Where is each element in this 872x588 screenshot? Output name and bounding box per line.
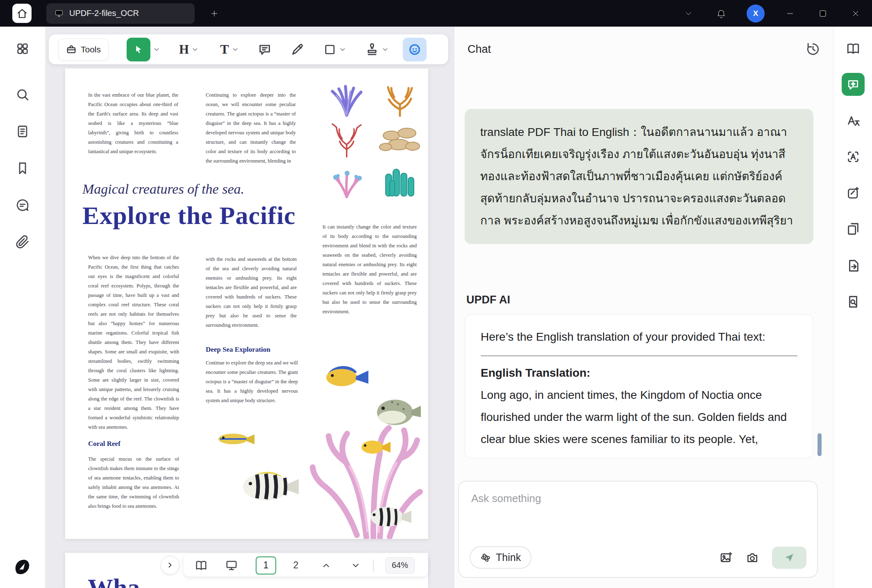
ai-response-divider [481, 355, 797, 356]
think-icon [480, 552, 491, 563]
ai-sender-name: UPDF AI [466, 294, 510, 306]
tools-button[interactable]: Tools [58, 38, 109, 61]
maximize-button[interactable] [815, 6, 830, 21]
coral-image-tan-plates [376, 122, 424, 158]
sidebar-item-translate[interactable] [842, 110, 865, 133]
ai-intro-text: Here’s the English translation of your p… [481, 326, 797, 348]
document-tab[interactable]: UPDF-2-files_OCR [46, 3, 195, 24]
sidebar-item-bookmarks[interactable] [14, 159, 32, 177]
sidebar-item-search-document[interactable] [842, 290, 865, 313]
yellow-tang [361, 441, 391, 454]
screenshot-camera-icon[interactable] [746, 551, 759, 564]
ai-section-heading: English Translation: [481, 362, 797, 384]
right-sidebar [833, 27, 872, 588]
tools-label: Tools [81, 45, 101, 54]
chevron-down-icon [684, 9, 693, 18]
pdf-statusbar: 1 2 64% [184, 554, 428, 577]
close-button[interactable] [848, 6, 863, 21]
sidebar-item-reader[interactable] [842, 37, 865, 60]
coral-image-red-branch [322, 122, 371, 158]
paperclip-icon [16, 235, 30, 249]
select-tool-button[interactable] [127, 38, 150, 61]
zoom-level-control[interactable]: 64% [385, 557, 415, 574]
sidebar-item-organize-pages[interactable] [842, 217, 865, 240]
form-fill-icon [846, 186, 860, 200]
sidebar-item-attachments[interactable] [14, 233, 32, 251]
sidebar-item-comments[interactable] [14, 196, 32, 214]
shape-tool-button[interactable] [323, 43, 336, 56]
tab-title: UPDF-2-files_OCR [69, 9, 139, 18]
page-intro-column-1: In the vast embrace of our blue planet, … [88, 90, 178, 156]
pdf-page-1: In the vast embrace of our blue planet, … [65, 68, 428, 539]
send-icon [784, 552, 795, 563]
titlebar: UPDF-2-files_OCR X [0, 0, 872, 27]
shape-tool-dropdown[interactable] [339, 46, 346, 53]
add-text-tool[interactable]: T [220, 42, 229, 57]
coral-reef-body: The special mucus on the surface of clow… [88, 455, 179, 511]
ai-chat-panel: Chat translate PDF Thai to English：ในอดี… [454, 27, 833, 588]
stamp-tool-button[interactable] [365, 43, 379, 57]
bell-icon [716, 8, 727, 19]
coral-image-pink-blue [322, 163, 371, 199]
sidebar-item-ocr-text-recognition[interactable] [842, 145, 865, 168]
chat-input-container: Think [458, 481, 818, 578]
page-layout-button[interactable] [195, 559, 207, 572]
toolbox-icon [66, 44, 77, 55]
notifications-button[interactable] [714, 6, 729, 21]
tabs-dropdown-button[interactable] [681, 6, 696, 21]
ocr-scan-icon [846, 150, 860, 164]
sidebar-item-apps[interactable] [14, 40, 32, 58]
pen-markup-tool-button[interactable] [291, 43, 304, 57]
add-image-icon[interactable] [720, 551, 733, 564]
chat-history-button[interactable] [805, 41, 821, 57]
chat-header: Chat [468, 41, 821, 57]
current-page-indicator[interactable]: 1 [256, 556, 276, 574]
pdf-toolbar: Tools H T [49, 34, 448, 64]
ai-assistant-button[interactable] [403, 38, 427, 61]
page-title: Explore the Pacific [82, 201, 296, 230]
sidebar-item-search[interactable] [14, 86, 32, 104]
comment-tool-button[interactable] [258, 43, 272, 57]
edit-text-dropdown[interactable] [191, 46, 199, 53]
sidebar-item-ai-assistant[interactable] [842, 73, 865, 96]
user-message-bubble: translate PDF Thai to English：ในอดีตกาลน… [465, 109, 813, 244]
stamp-tool-dropdown[interactable] [382, 46, 389, 53]
edit-text-tool[interactable]: H [179, 42, 189, 57]
updf-logo[interactable] [13, 558, 32, 577]
add-text-dropdown[interactable] [232, 46, 239, 53]
new-tab-button[interactable] [207, 6, 222, 21]
updf-ai-icon [408, 43, 422, 57]
next-page-indicator[interactable]: 2 [287, 556, 305, 574]
home-icon [17, 8, 27, 19]
ai-response-bubble: Here’s the English translation of your p… [465, 314, 813, 458]
close-icon [851, 9, 861, 18]
sidebar-item-thumbnails[interactable] [14, 122, 32, 140]
previous-page-button[interactable] [321, 561, 331, 570]
sidebar-item-form-fill[interactable] [842, 182, 865, 205]
search-document-icon [846, 295, 860, 309]
expand-toolbar-button[interactable] [161, 556, 179, 574]
chat-input-field[interactable] [459, 482, 817, 530]
coral-reef-heading: Coral Reef [88, 440, 120, 448]
plus-icon [209, 9, 219, 18]
home-button[interactable] [12, 4, 32, 23]
send-message-button[interactable] [772, 547, 806, 569]
minimize-button[interactable] [783, 6, 797, 21]
think-mode-button[interactable]: Think [470, 546, 531, 569]
translate-icon [846, 114, 860, 128]
select-tool-dropdown[interactable] [153, 46, 160, 53]
sidebar-item-export-file[interactable] [842, 254, 865, 277]
chat-scrollbar-thumb[interactable] [818, 433, 822, 456]
page-2-title-peek: Wha [88, 573, 140, 588]
coral-image-violet-anemone [322, 81, 371, 117]
page-subtitle: Magical creatures of the sea. [82, 181, 244, 197]
user-message-text: translate PDF Thai to English：ในอดีตกาลน… [480, 126, 793, 227]
presentation-mode-button[interactable] [225, 559, 238, 572]
open-book-icon [846, 42, 860, 56]
next-page-button[interactable] [351, 561, 361, 570]
coral-images-grid [322, 81, 424, 199]
pdf-viewer-area: Tools H T In the vast embrace of our blu… [45, 27, 454, 588]
avatar[interactable]: X [747, 5, 765, 23]
bookmark-icon [16, 161, 30, 175]
pufferfish [377, 400, 421, 425]
